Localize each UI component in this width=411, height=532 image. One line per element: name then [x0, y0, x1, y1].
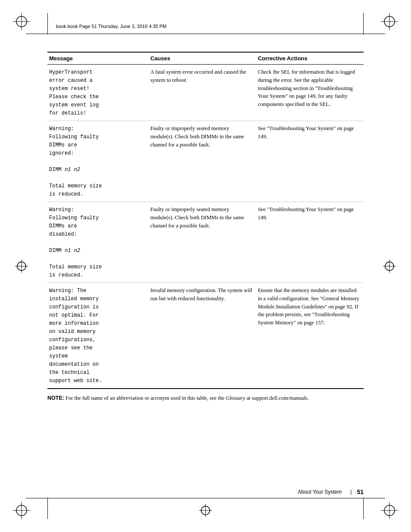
cell-message-4: Warning: Theinstalled memoryconfiguratio… — [47, 283, 149, 389]
footer: About Your System | 51 — [47, 488, 364, 495]
cell-causes-1: A fatal system error occurred and caused… — [149, 65, 256, 121]
bottom-center-mark — [197, 502, 214, 519]
col-causes: Causes — [149, 52, 256, 65]
content-table: Message Causes Corrective Actions HyperT… — [47, 52, 364, 389]
cell-corrective-1: Check the SEL for information that is lo… — [256, 65, 364, 121]
note-text: For the full name of an abbreviation or … — [64, 395, 226, 401]
cell-corrective-3: See "Troubleshooting Your System" on pag… — [256, 202, 364, 283]
table-header-row: Message Causes Corrective Actions — [47, 52, 364, 65]
note-glossary: Glossary — [226, 395, 245, 401]
col-corrective: Corrective Actions — [256, 52, 364, 65]
cell-message-1: HyperTransporterror caused asystem reset… — [47, 65, 149, 121]
footer-page-number: 51 — [357, 488, 364, 495]
cell-corrective-4: Ensure that the memory modules are insta… — [256, 283, 364, 389]
table-row: HyperTransporterror caused asystem reset… — [47, 65, 364, 121]
corner-mark-tl — [13, 13, 39, 39]
main-content: Message Causes Corrective Actions HyperT… — [47, 52, 364, 480]
table-row: Warning:Following faultyDIMMs areignored… — [47, 121, 364, 202]
footer-separator: | — [350, 489, 352, 495]
cell-corrective-2: See "Troubleshooting Your System" on pag… — [256, 121, 364, 202]
v-rule-right-bottom — [363, 498, 364, 519]
corner-mark-br — [372, 493, 398, 519]
table-row: Warning: Theinstalled memoryconfiguratio… — [47, 283, 364, 389]
cell-causes-3: Faulty or improperly seated memory modul… — [149, 202, 256, 283]
note-suffix: . — [308, 395, 309, 401]
v-rule-left-top — [47, 13, 48, 34]
cell-causes-4: Invalid memory configuration. The system… — [149, 283, 256, 389]
left-center-mark — [13, 258, 30, 275]
cell-causes-2: Faulty or improperly seated memory modul… — [149, 121, 256, 202]
col-message: Message — [47, 52, 149, 65]
table-row: Warning:Following faultyDIMMs aredisable… — [47, 202, 364, 283]
h-rule-top — [26, 34, 385, 34]
corner-mark-bl — [13, 493, 39, 519]
corner-mark-tr — [372, 13, 398, 39]
header-text: book.book Page 51 Thursday, June 3, 2010… — [56, 24, 166, 29]
note-label: NOTE: — [47, 395, 64, 401]
note-section: NOTE: For the full name of an abbreviati… — [47, 394, 364, 402]
right-center-mark — [381, 258, 398, 275]
v-rule-left-bottom — [47, 498, 48, 519]
v-rule-right-top — [363, 13, 364, 34]
h-rule-bottom — [26, 498, 385, 498]
footer-section: About Your System — [298, 489, 342, 495]
note-url: at support.dell.com/manuals — [245, 395, 307, 401]
cell-message-3: Warning:Following faultyDIMMs aredisable… — [47, 202, 149, 283]
cell-message-2: Warning:Following faultyDIMMs areignored… — [47, 121, 149, 202]
